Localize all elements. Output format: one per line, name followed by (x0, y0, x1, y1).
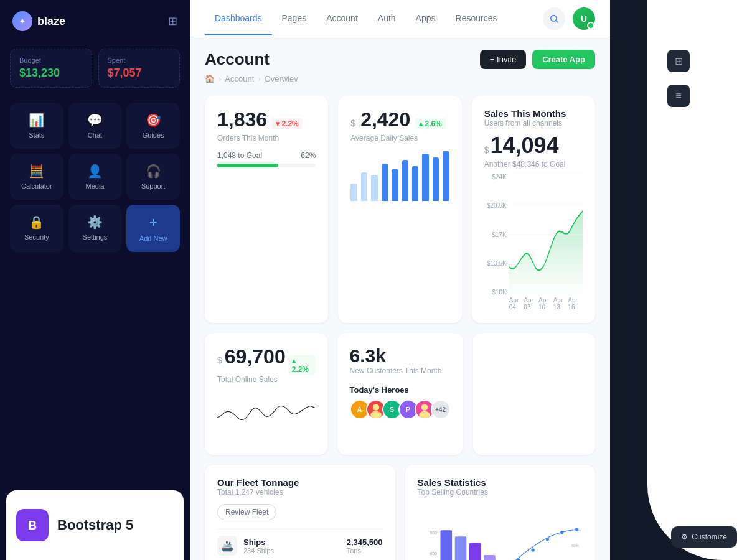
nav-tabs: Dashboards Pages Account Auth Apps Resou… (205, 2, 507, 35)
support-label: Support (141, 182, 166, 190)
sidebar-item-support[interactable]: 🎧 Support (126, 154, 180, 200)
bar-4 (382, 164, 388, 201)
svg-rect-15 (469, 543, 481, 560)
search-button[interactable] (543, 7, 565, 30)
settings-icon: ⚙️ (87, 215, 103, 230)
chart-svg-area (509, 174, 583, 296)
progress-pct: 62% (301, 151, 316, 160)
tab-dashboards[interactable]: Dashboards (205, 2, 272, 35)
second-row: $ 69,700 ▴ 2.2% Total Online Sales 6.3k … (205, 333, 595, 455)
svg-point-5 (372, 404, 379, 411)
budget-label: Budget (19, 57, 83, 64)
ships-icon: 🚢 (217, 536, 237, 556)
fleet-subtitle: Total 1,247 vehicles (217, 488, 383, 497)
bootstrap-badge: B Bootstrap 5 (16, 503, 174, 548)
ships-value: 2,345,500 (347, 538, 383, 547)
right-panel: ⊞ ≡ ⚙ Customize (610, 0, 747, 560)
security-icon: 🔒 (29, 215, 44, 230)
total-sales-number: 69,700 (225, 345, 286, 368)
breadcrumb-home: 🏠 (205, 74, 215, 83)
chat-icon: 💬 (87, 113, 103, 128)
media-icon: 👤 (87, 164, 103, 179)
customize-label: Customize (692, 533, 727, 541)
customize-button[interactable]: ⚙ Customize (671, 526, 737, 548)
spent-card: Spent $7,057 (98, 49, 181, 88)
hero-count: +42 (431, 399, 451, 419)
rp-icon-2[interactable]: ≡ (667, 85, 690, 107)
spent-value: $7,057 (108, 67, 171, 80)
bar-1 (350, 184, 357, 201)
svg-point-28 (531, 548, 534, 551)
ships-count: 234 Ships (243, 547, 274, 554)
progress-label: 1,048 to Goal (217, 151, 262, 160)
page-content: Account + Invite Create App 🏠 › Account … (190, 37, 610, 560)
bar-3 (371, 175, 377, 201)
tab-pages[interactable]: Pages (272, 2, 317, 35)
sales-subtitle: Users from all channels (484, 119, 583, 128)
user-avatar[interactable]: U (573, 7, 595, 30)
invite-button[interactable]: + Invite (480, 50, 526, 69)
tab-auth[interactable]: Auth (368, 2, 406, 35)
page-title: Account (205, 50, 270, 69)
bar-5 (392, 169, 398, 201)
sales-amount: 14,094 (490, 133, 558, 159)
svg-rect-16 (484, 555, 496, 560)
add-new-icon: + (149, 215, 157, 231)
progress-bar-bg (217, 164, 316, 167)
breadcrumb: 🏠 › Account › Overwiev (205, 74, 595, 83)
heroes-section: Today's Heroes A S P +42 (350, 385, 451, 419)
media-label: Media (86, 182, 105, 190)
add-new-label: Add New (139, 235, 167, 242)
header-actions: + Invite Create App (480, 50, 595, 69)
review-fleet-button[interactable]: Review Fleet (217, 504, 276, 520)
sidebar-item-stats[interactable]: 📊 Stats (10, 103, 63, 149)
daily-sales-number: 2,420 (360, 108, 410, 131)
ships-name: Ships (243, 538, 274, 547)
ships-unit: Tons (347, 547, 383, 554)
nav-grid: 📊 Stats 💬 Chat 🎯 Guides 🧮 Calculator 👤 M… (0, 98, 190, 257)
budget-cards: Budget $13,230 Spent $7,057 (0, 42, 190, 98)
chat-label: Chat (88, 131, 102, 139)
total-sales-badge: ▴ 2.2% (288, 355, 315, 375)
stats-grid: 1,836 ▾ 2.2% Orders This Month 1,048 to … (205, 96, 595, 323)
sidebar-item-security[interactable]: 🔒 Security (10, 205, 63, 252)
sales-title: Sales This Months (484, 108, 583, 119)
sales-goal: Another $48,346 to Goal (484, 160, 583, 169)
create-app-button[interactable]: Create App (532, 50, 595, 69)
bootstrap-icon: B (16, 509, 49, 541)
svg-point-6 (370, 411, 382, 419)
sales-stats-chart: 800 600 400 200 (418, 505, 583, 560)
sales-stats-title: Sales Statistics (418, 477, 583, 488)
top-nav: Dashboards Pages Account Auth Apps Resou… (190, 0, 610, 37)
svg-point-8 (419, 411, 430, 419)
tab-account[interactable]: Account (316, 2, 368, 35)
tab-resources[interactable]: Resources (446, 2, 507, 35)
sidebar-item-media[interactable]: 👤 Media (68, 154, 122, 200)
tab-apps[interactable]: Apps (406, 2, 446, 35)
calculator-icon: 🧮 (29, 164, 44, 179)
customers-number: 6.3k (350, 345, 451, 366)
nav-right: U (543, 7, 595, 30)
heroes-avatars: A S P +42 (350, 399, 451, 419)
sales-stats-subtitle: Top Selling Countries (418, 488, 583, 497)
breadcrumb-account[interactable]: Account (225, 74, 254, 83)
sidebar-item-calculator[interactable]: 🧮 Calculator (10, 154, 63, 200)
rp-icon-1[interactable]: ⊞ (667, 50, 690, 72)
svg-rect-13 (440, 530, 452, 560)
svg-text:100%: 100% (571, 528, 581, 532)
sidebar-item-guides[interactable]: 🎯 Guides (126, 103, 180, 149)
sidebar-item-chat[interactable]: 💬 Chat (68, 103, 122, 149)
sidebar-item-settings[interactable]: ⚙️ Settings (68, 205, 122, 252)
menu-toggle-icon[interactable]: ⊞ (168, 14, 177, 28)
right-panel-content: ⊞ ≡ ⚙ Customize (610, 0, 747, 560)
right-panel-icons: ⊞ ≡ (620, 12, 737, 107)
customers-label: New Customers This Month (350, 366, 451, 375)
progress-bar-fill (217, 164, 278, 167)
sales-this-month-card: Sales This Months Users from all channel… (472, 96, 595, 323)
bar-8 (422, 154, 428, 201)
logo-text: blaze (37, 15, 65, 28)
total-sales-card: $ 69,700 ▴ 2.2% Total Online Sales (205, 333, 327, 455)
orders-number: 1,836 (217, 108, 267, 131)
sidebar-item-add-new[interactable]: + Add New (126, 205, 180, 252)
wave-chart (217, 384, 315, 440)
